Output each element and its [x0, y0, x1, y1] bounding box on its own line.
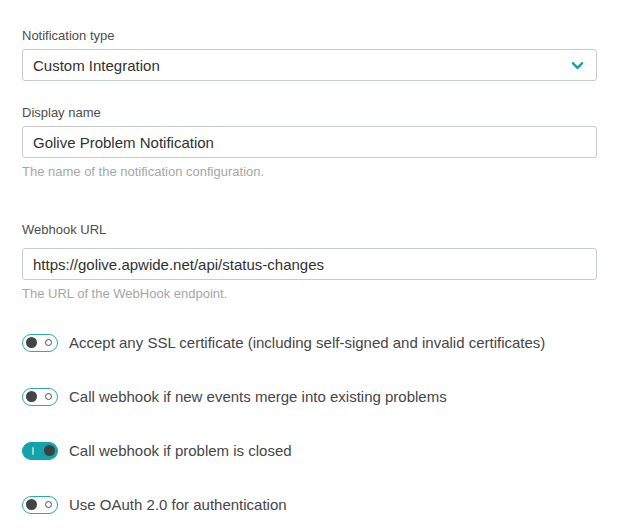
display-name-label: Display name [22, 105, 597, 121]
merge-events-toggle-label[interactable]: Call webhook if new events merge into ex… [69, 388, 447, 406]
toggle-row-problem-closed: Call webhook if problem is closed [22, 442, 597, 460]
problem-closed-toggle[interactable] [22, 442, 58, 460]
toggle-knob [26, 337, 37, 348]
toggle-off-indicator-icon [45, 393, 52, 400]
display-name-input[interactable] [22, 126, 597, 158]
chevron-down-icon [569, 57, 585, 73]
webhook-url-helper: The URL of the WebHook endpoint. [22, 286, 597, 302]
toggle-row-merge-events: Call webhook if new events merge into ex… [22, 388, 597, 406]
notification-type-select[interactable]: Custom Integration [22, 49, 597, 81]
oauth-toggle[interactable] [22, 496, 58, 514]
notification-settings-form: Notification type Custom Integration Dis… [0, 0, 625, 514]
notification-type-value: Custom Integration [33, 57, 160, 74]
toggle-knob [26, 499, 37, 510]
toggle-row-ssl-certificate: Accept any SSL certificate (including se… [22, 334, 597, 352]
toggle-row-oauth: Use OAuth 2.0 for authentication [22, 496, 597, 514]
ssl-certificate-toggle-label[interactable]: Accept any SSL certificate (including se… [69, 334, 545, 352]
toggle-knob [26, 391, 37, 402]
ssl-certificate-toggle[interactable] [22, 334, 58, 352]
toggle-off-indicator-icon [45, 339, 52, 346]
toggle-on-indicator-icon [32, 447, 34, 455]
display-name-helper: The name of the notification configurati… [22, 164, 597, 180]
webhook-url-label: Webhook URL [22, 222, 597, 238]
toggle-off-indicator-icon [45, 501, 52, 508]
problem-closed-toggle-label[interactable]: Call webhook if problem is closed [69, 442, 292, 460]
notification-type-label: Notification type [22, 28, 597, 44]
webhook-url-input[interactable] [22, 248, 597, 280]
merge-events-toggle[interactable] [22, 388, 58, 406]
oauth-toggle-label[interactable]: Use OAuth 2.0 for authentication [69, 496, 287, 514]
toggle-knob [44, 445, 55, 456]
